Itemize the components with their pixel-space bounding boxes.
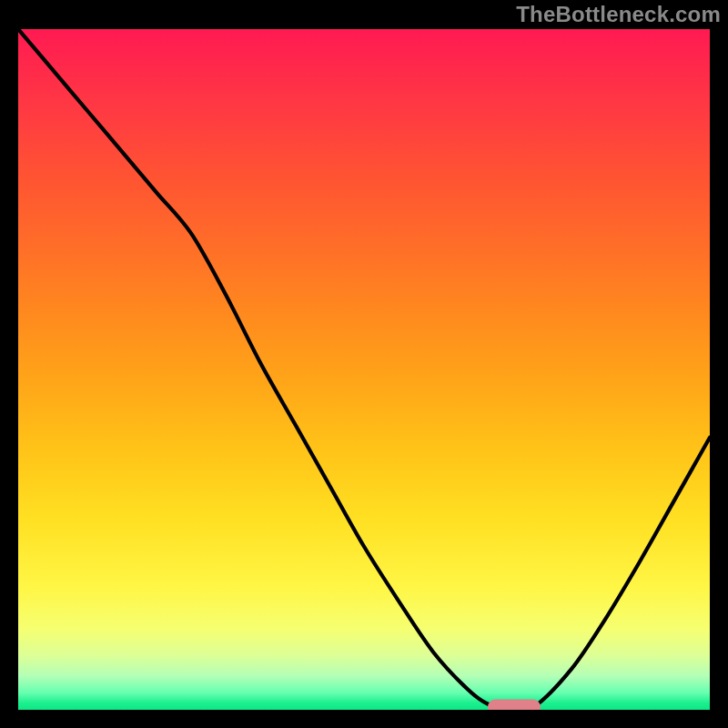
minimum-marker (488, 700, 541, 711)
plot-area (18, 29, 710, 710)
watermark-text: TheBottleneck.com (516, 2, 721, 27)
bottleneck-curve-path (18, 29, 710, 710)
curve-svg (18, 29, 710, 710)
chart-frame: TheBottleneck.com (0, 0, 728, 728)
